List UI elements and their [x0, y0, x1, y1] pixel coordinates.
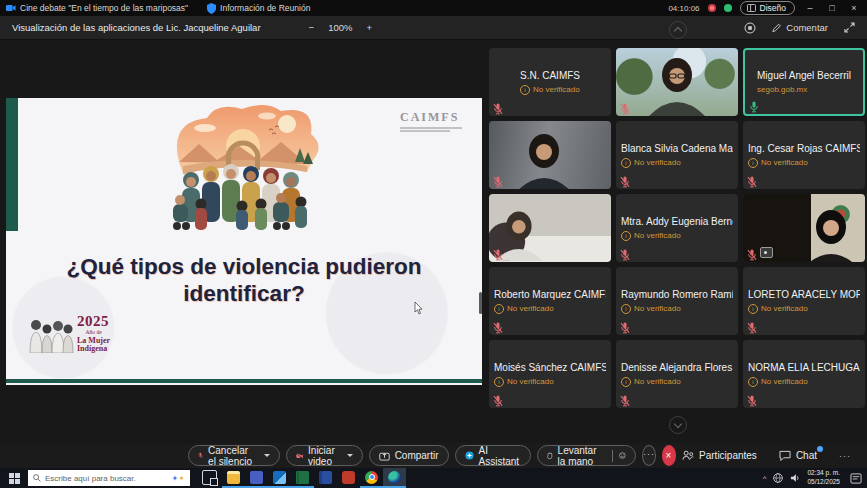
- zoom-level: 100%: [328, 22, 352, 33]
- network-globe-icon[interactable]: [773, 473, 783, 483]
- slide-bottom-accent-bar: [6, 379, 482, 383]
- mic-muted-icon: [198, 450, 203, 461]
- participant-name: Raymundo Romero Ramírez...: [621, 289, 733, 300]
- minimize-button[interactable]: –: [803, 3, 817, 13]
- scroll-down-button[interactable]: [669, 416, 687, 434]
- chat-panel-button[interactable]: Chat: [779, 450, 817, 461]
- participant-tile[interactable]: Mtra. Addy Eugenia Bernés ... i No verif…: [616, 194, 738, 262]
- teams-taskbar-button[interactable]: [245, 468, 268, 488]
- taskbar-search-input[interactable]: Escribe aquí para buscar. ✦✦: [28, 470, 190, 486]
- participant-tile[interactable]: Blanca Silvia Cadena Martíne... i No ver…: [616, 121, 738, 189]
- share-scrollbar[interactable]: [479, 292, 482, 314]
- participants-grid: S.N. CAIMFS i No verificado: [489, 48, 865, 408]
- chat-notification-badge: [817, 446, 823, 452]
- chrome-taskbar-button[interactable]: [360, 468, 383, 488]
- outlook-taskbar-button[interactable]: [268, 468, 291, 488]
- expand-icon[interactable]: [844, 22, 855, 33]
- word-icon: [319, 471, 332, 484]
- participant-tile[interactable]: [489, 194, 611, 262]
- powerpoint-taskbar-button[interactable]: [337, 468, 360, 488]
- not-verified-icon: i: [748, 377, 758, 387]
- mic-on-icon: [749, 99, 759, 111]
- scroll-up-button[interactable]: [669, 21, 687, 39]
- taskbar-clock[interactable]: 02:34 p. m. 05/12/2025: [807, 469, 840, 487]
- webex-taskbar-button[interactable]: [383, 468, 406, 488]
- participant-tile[interactable]: LORETO ARACELY MORRIS ... i No verificad…: [743, 267, 865, 335]
- participant-name: S.N. CAIMFS: [520, 70, 580, 81]
- zoom-out-button[interactable]: −: [309, 22, 315, 33]
- excel-taskbar-button[interactable]: [291, 468, 314, 488]
- layout-grid-icon: [747, 4, 756, 12]
- outlook-icon: [273, 471, 286, 484]
- participants-panel-button[interactable]: Participantes: [682, 450, 757, 461]
- person-silhouette: [489, 194, 611, 262]
- badge-year: 2025: [77, 314, 110, 329]
- participant-tile[interactable]: [743, 194, 865, 262]
- not-verified-icon: i: [748, 158, 758, 168]
- reactions-smiley-icon[interactable]: [619, 450, 626, 461]
- clock-date: 05/12/2025: [807, 478, 840, 487]
- task-view-taskbar-button[interactable]: [197, 468, 222, 488]
- participant-tile[interactable]: Miguel Angel Becerril segob.gob.mx: [743, 48, 865, 116]
- file-explorer-icon: [227, 471, 240, 484]
- participant-subtitle: No verificado: [634, 158, 681, 167]
- participant-tile[interactable]: [616, 48, 738, 116]
- file-explorer-taskbar-button[interactable]: [222, 468, 245, 488]
- not-verified-icon: i: [748, 304, 758, 314]
- unmute-button[interactable]: Cancelar el silencio: [188, 445, 280, 466]
- zoom-in-button[interactable]: +: [366, 22, 372, 33]
- participant-name: Ing. Cesar Rojas CAIMFS: [748, 143, 860, 154]
- more-panels-button[interactable]: ···: [839, 451, 851, 461]
- participant-tile[interactable]: Denisse Alejandra Flores Ros... i No ver…: [616, 340, 738, 408]
- layout-button[interactable]: Diseño: [740, 1, 795, 15]
- annotate-button[interactable]: Comentar: [772, 22, 828, 33]
- meeting-info-label: Información de Reunión: [220, 3, 310, 13]
- mic-muted-icon: [620, 320, 630, 332]
- participant-tile[interactable]: Raymundo Romero Ramírez... i No verifica…: [616, 267, 738, 335]
- badge-sub3: Indígena: [77, 345, 110, 353]
- search-placeholder: Escribe aquí para buscar.: [45, 474, 168, 483]
- mic-muted-icon: [493, 393, 503, 405]
- windows-logo-icon: [9, 473, 20, 484]
- participant-tile[interactable]: Moisés Sánchez CAIMFS i No verificado: [489, 340, 611, 408]
- webex-meeting-window: Cine debate "En el tiempo de las maripos…: [0, 0, 867, 488]
- pen-icon: [772, 22, 782, 33]
- raise-hand-button[interactable]: Levantar la mano: [537, 445, 636, 466]
- not-verified-icon: i: [621, 304, 631, 314]
- slide-illustration: [139, 100, 349, 252]
- participant-tile[interactable]: NORMA ELIA LECHUGA BAS... i No verificad…: [743, 340, 865, 408]
- participant-tile[interactable]: Roberto Marquez CAIMFS i No verificado: [489, 267, 611, 335]
- participant-tile[interactable]: [489, 121, 611, 189]
- notification-center-icon[interactable]: [850, 473, 862, 484]
- participant-subtitle: segob.gob.mx: [757, 85, 807, 94]
- start-video-button[interactable]: Iniciar video: [286, 445, 363, 466]
- meeting-control-bar: Cancelar el silencio Iniciar video Compa…: [0, 443, 867, 468]
- women-silhouettes-icon: [28, 317, 74, 353]
- person-silhouette: [616, 48, 738, 116]
- word-taskbar-button[interactable]: [314, 468, 337, 488]
- not-verified-icon: i: [494, 377, 504, 387]
- participant-name: Denisse Alejandra Flores Ros...: [621, 362, 733, 373]
- volume-icon[interactable]: [790, 473, 800, 483]
- year-badge: 2025 Año de La Mujer Indígena: [28, 314, 110, 353]
- participant-subtitle: No verificado: [634, 377, 681, 386]
- tray-expand-icon[interactable]: ^: [763, 474, 767, 483]
- meeting-info-button[interactable]: Información de Reunión: [207, 3, 310, 14]
- participant-tile[interactable]: S.N. CAIMFS i No verificado: [489, 48, 611, 116]
- maximize-button[interactable]: □: [825, 3, 839, 13]
- participant-tile[interactable]: Ing. Cesar Rojas CAIMFS i No verificado: [743, 121, 865, 189]
- stop-view-icon[interactable]: [744, 22, 756, 34]
- leave-meeting-button[interactable]: ×: [662, 445, 676, 466]
- more-options-button[interactable]: ···: [642, 445, 656, 466]
- close-button[interactable]: ×: [847, 3, 861, 13]
- mic-muted-icon: [747, 247, 757, 259]
- share-toolbar: Visualización de las aplicaciones de Lic…: [0, 16, 867, 40]
- ai-assistant-button[interactable]: AI Assistant: [455, 445, 532, 466]
- start-button[interactable]: [0, 468, 28, 488]
- participant-name: NORMA ELIA LECHUGA BAS...: [748, 362, 860, 373]
- participant-name: Roberto Marquez CAIMFS: [494, 289, 606, 300]
- share-button[interactable]: Compartir: [369, 445, 449, 466]
- mic-muted-icon: [493, 101, 503, 113]
- share-screen-icon: [379, 451, 390, 461]
- chrome-icon: [365, 471, 378, 484]
